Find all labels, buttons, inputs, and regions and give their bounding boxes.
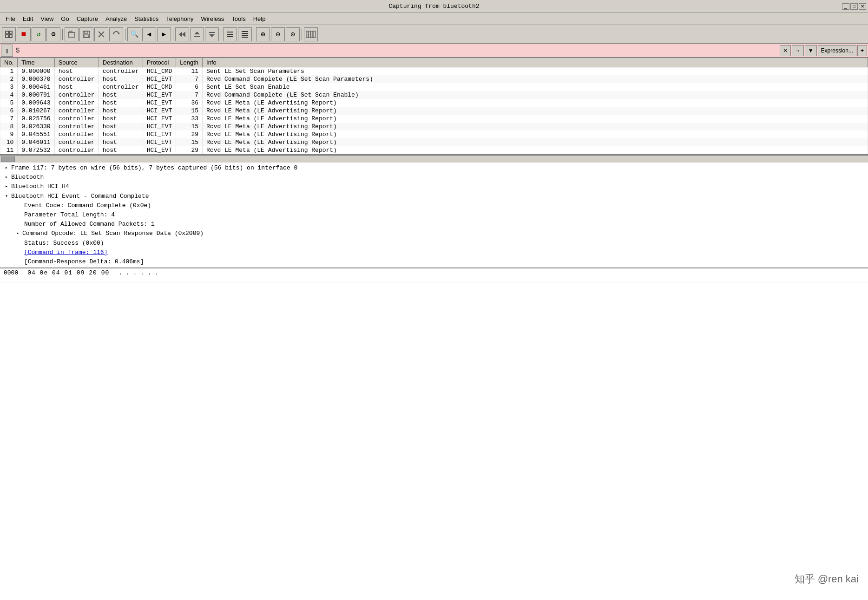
col-no: No. [0, 58, 18, 67]
packet-row-6[interactable]: 60.010267controllerhostHCI_EVT15Rcvd LE … [0, 107, 868, 115]
menu-file[interactable]: File [2, 14, 19, 23]
menu-capture[interactable]: Capture [73, 14, 102, 23]
detail-pane: ▸Frame 117: 7 bytes on wire (56 bits), 7… [0, 163, 868, 268]
menu-edit[interactable]: Edit [19, 14, 37, 23]
main-layout: No. Time Source Destination Protocol Len… [0, 58, 868, 600]
resize-columns-button[interactable] [304, 27, 318, 41]
stop-capture-button[interactable]: ■ [17, 27, 31, 41]
packet-row-7[interactable]: 70.025756controllerhostHCI_EVT33Rcvd LE … [0, 115, 868, 123]
svg-rect-18 [227, 34, 233, 35]
svg-rect-3 [9, 35, 12, 38]
filter-dollar: $ [14, 47, 21, 54]
hscroll-thumb[interactable] [1, 157, 15, 162]
menu-help[interactable]: Help [250, 14, 270, 23]
capture-options-button[interactable]: ⚙ [46, 27, 60, 41]
detail-section-bluetooth[interactable]: ▸Bluetooth [0, 173, 868, 182]
packet-row-9[interactable]: 90.045551controllerhostHCI_EVT29Rcvd LE … [0, 130, 868, 138]
menu-analyze[interactable]: Analyze [102, 14, 131, 23]
svg-rect-0 [6, 31, 8, 34]
svg-marker-10 [118, 33, 120, 34]
filter-apply-button[interactable]: → [792, 45, 804, 56]
menu-telephony[interactable]: Telephony [162, 14, 197, 23]
toolbar-separator-4 [221, 29, 221, 40]
go-next-button[interactable] [205, 27, 219, 41]
go-first-button[interactable] [175, 27, 189, 41]
svg-rect-21 [242, 33, 248, 34]
detail-text-command-opcode: Command Opcode: LE Set Scan Response Dat… [22, 229, 204, 238]
detail-section-bluetooth-hci-h4[interactable]: ▸Bluetooth HCI H4 [0, 182, 868, 191]
expand-arrow-bluetooth-hci-event[interactable]: ▾ [4, 194, 9, 199]
menu-wireless[interactable]: Wireless [197, 14, 228, 23]
packet-row-10[interactable]: 100.046011controllerhostHCI_EVT15Rcvd LE… [0, 138, 868, 146]
go-prev-button[interactable] [190, 27, 204, 41]
svg-rect-19 [227, 36, 233, 37]
filter-dropdown-button[interactable]: ▼ [805, 45, 817, 56]
filter-clear-button[interactable]: ✕ [780, 45, 791, 56]
reload-button[interactable] [109, 27, 123, 41]
hex-ascii: . . . . . . [118, 269, 158, 276]
title-bar: Capturing from bluetooth2 _ □ ✕ [0, 0, 868, 13]
interface-button[interactable] [2, 27, 16, 41]
expand-arrow-bluetooth-hci-h4[interactable]: ▸ [4, 184, 9, 189]
detail-text-status: Status: Success (0x00) [24, 239, 104, 248]
svg-rect-26 [311, 31, 313, 38]
menu-view[interactable]: View [37, 14, 57, 23]
detail-section-frame[interactable]: ▸Frame 117: 7 bytes on wire (56 bits), 7… [0, 163, 868, 173]
close-file-button[interactable] [94, 27, 108, 41]
close-button[interactable]: ✕ [859, 3, 866, 10]
detail-section-status: Status: Success (0x00) [0, 239, 868, 248]
svg-rect-24 [306, 31, 308, 38]
detail-text-bluetooth-hci-event: Bluetooth HCI Event - Command Complete [11, 192, 149, 201]
packet-row-4[interactable]: 40.000791controllerhostHCI_EVT7Rcvd Comm… [0, 91, 868, 99]
detail-section-event-code: Event Code: Command Complete (0x0e) [0, 201, 868, 210]
svg-rect-4 [68, 33, 75, 37]
detail-section-command-opcode[interactable]: ▸Command Opcode: LE Set Scan Response Da… [0, 229, 868, 238]
maximize-button[interactable]: □ [850, 3, 858, 10]
find-packet-button[interactable]: 🔍 [127, 27, 141, 41]
menu-statistics[interactable]: Statistics [131, 14, 162, 23]
packet-row-8[interactable]: 80.026330controllerhostHCI_EVT15Rcvd LE … [0, 123, 868, 130]
svg-rect-27 [313, 31, 316, 38]
save-file-button[interactable] [79, 27, 93, 41]
packet-row-1[interactable]: 10.000000hostcontrollerHCI_CMD11Sent LE … [0, 67, 868, 76]
detail-text-cmd-in-frame[interactable]: [Command in frame: 116] [24, 248, 107, 257]
detail-text-bluetooth: Bluetooth [11, 173, 44, 182]
zoom-in-button[interactable]: ⊕ [256, 27, 270, 41]
menu-go[interactable]: Go [57, 14, 72, 23]
packet-list-hscroll[interactable] [0, 155, 868, 163]
detail-text-bluetooth-hci-h4: Bluetooth HCI H4 [11, 183, 69, 191]
filter-input[interactable] [21, 45, 779, 56]
go-forward-button[interactable]: ▶ [157, 27, 171, 41]
zoom-out-button[interactable]: ⊖ [271, 27, 285, 41]
detail-text-event-code: Event Code: Command Complete (0x0e) [24, 202, 151, 210]
detail-section-bluetooth-hci-event[interactable]: ▾Bluetooth HCI Event - Command Complete [0, 192, 868, 201]
detail-section-cmd-in-frame: [Command in frame: 116] [0, 248, 868, 257]
menu-tools[interactable]: Tools [228, 14, 249, 23]
colorize-button[interactable] [223, 27, 237, 41]
zoom-reset-button[interactable]: ⊙ [286, 27, 300, 41]
svg-rect-25 [309, 31, 310, 38]
detail-text-frame: Frame 117: 7 bytes on wire (56 bits), 7 … [11, 164, 297, 172]
expand-arrow-command-opcode[interactable]: ▸ [15, 231, 20, 236]
packet-row-11[interactable]: 110.072532controllerhostHCI_EVT29Rcvd LE… [0, 146, 868, 154]
packet-list: No. Time Source Destination Protocol Len… [0, 58, 868, 155]
col-protocol: Protocol [143, 58, 176, 67]
detail-section-num-packets: Number of Allowed Command Packets: 1 [0, 220, 868, 229]
minimize-button[interactable]: _ [842, 3, 849, 10]
add-filter-button[interactable]: + [857, 45, 867, 56]
packet-row-2[interactable]: 20.000370controllerhostHCI_EVT7Rcvd Comm… [0, 75, 868, 83]
expand-arrow-bluetooth[interactable]: ▸ [4, 175, 9, 180]
expand-arrow-frame[interactable]: ▸ [4, 165, 9, 171]
toolbar-separator-2 [125, 29, 125, 40]
hex-line: 000004 0e 04 01 09 20 00. . . . . . [4, 269, 864, 276]
col-time: Time [18, 58, 54, 67]
open-file-button[interactable] [65, 27, 79, 41]
go-back-button[interactable]: ◀ [142, 27, 156, 41]
restart-capture-button[interactable]: ↺ [32, 27, 46, 41]
packet-table-body: 10.000000hostcontrollerHCI_CMD11Sent LE … [0, 67, 868, 155]
packet-row-5[interactable]: 50.009643controllerhostHCI_EVT36Rcvd LE … [0, 99, 868, 107]
svg-rect-22 [242, 35, 248, 36]
autoscroll-button[interactable] [238, 27, 252, 41]
packet-row-3[interactable]: 30.000461hostcontrollerHCI_CMD6Sent LE S… [0, 83, 868, 91]
expression-button[interactable]: Expression... [818, 45, 856, 56]
